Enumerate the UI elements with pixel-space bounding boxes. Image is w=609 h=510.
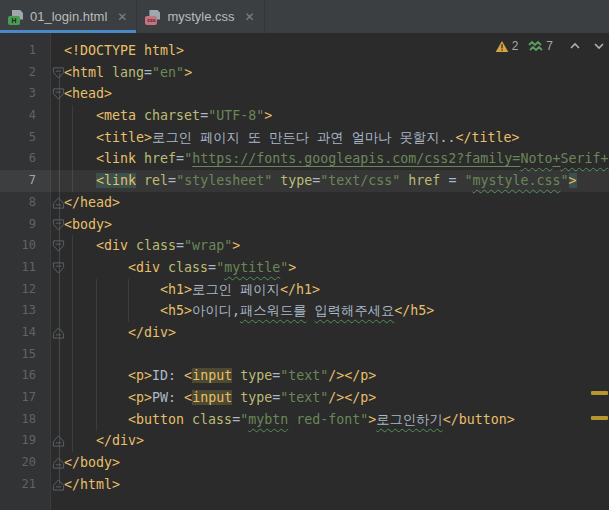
line-number: 12 (0, 282, 36, 296)
line-number: 11 (0, 260, 36, 274)
line-number: 10 (0, 238, 36, 252)
code-text: <meta charset="UTF-8"> (64, 105, 272, 127)
code-line[interactable]: 7 <link rel="stylesheet" type="text/css"… (0, 170, 609, 192)
code-text: <button class="mybtn red-font">로그인하기</bu… (64, 409, 515, 431)
code-token: 로그인 페이지 (192, 282, 280, 297)
code-token: </head> (64, 195, 120, 210)
code-token (64, 282, 160, 297)
line-number: 19 (0, 433, 36, 447)
code-token: = (176, 151, 184, 166)
ide-window: H01_login.html✕cssmystyle.css✕ 1<!DOCTYP… (0, 0, 609, 510)
code-token: > (569, 173, 577, 188)
code-token: class (136, 238, 176, 253)
code-token: type (240, 368, 272, 383)
code-token: mytitle (224, 260, 280, 275)
code-token (307, 303, 315, 318)
css-file-icon: css (145, 9, 161, 25)
line-number: 9 (0, 217, 36, 231)
code-token: href (408, 173, 440, 188)
code-line[interactable]: 13 <h5>아이디,패스워드를 입력해주세요</h5> (0, 300, 609, 322)
typo-count: 7 (546, 39, 553, 53)
code-line[interactable]: 15 (0, 344, 609, 366)
code-token (232, 390, 240, 405)
code-line[interactable]: 19 </div> (0, 430, 609, 452)
inspection-widget[interactable]: 2 7 (495, 39, 605, 53)
code-token: type (280, 173, 312, 188)
line-number: 8 (0, 195, 36, 209)
code-token: red-font (288, 412, 360, 427)
code-text: <head> (64, 83, 112, 105)
line-number: 17 (0, 390, 36, 404)
code-line[interactable]: 20</body> (0, 452, 609, 474)
warning-count: 2 (512, 39, 519, 53)
line-number: 4 (0, 108, 36, 122)
prev-highlight-button[interactable] (569, 42, 581, 50)
code-token: href (144, 151, 176, 166)
tab-label: 01_login.html (30, 9, 107, 24)
code-token (64, 130, 96, 145)
close-tab-icon[interactable]: ✕ (245, 10, 255, 24)
code-token: 아이디, (192, 303, 240, 318)
code-line[interactable]: 4 <meta charset="UTF-8"> (0, 105, 609, 127)
line-number: 16 (0, 368, 36, 382)
code-line[interactable]: 6 <link href="https://fonts.googleapis.c… (0, 148, 609, 170)
code-token: = (232, 412, 240, 427)
code-line[interactable]: 17 <p>PW: <input type="text"/></p> (0, 387, 609, 409)
code-line[interactable]: 18 <button class="mybtn red-font">로그인하기<… (0, 409, 609, 431)
tab-01_login.html[interactable]: H01_login.html✕ (0, 0, 137, 33)
code-line[interactable]: 2<html lang="en"> (0, 62, 609, 84)
code-text: </body> (64, 452, 120, 474)
code-token: charset (144, 108, 200, 123)
code-token: Serif+ (560, 151, 608, 166)
code-text: </head> (64, 192, 120, 214)
code-token (232, 368, 240, 383)
code-text: <h5>아이디,패스워드를 입력해주세요</h5> (64, 300, 434, 322)
code-text: </div> (64, 322, 176, 344)
code-token: "text" (280, 390, 328, 405)
code-token: /></p> (328, 390, 376, 405)
code-token: = (176, 238, 184, 253)
code-token: 로그인하기 (376, 412, 442, 427)
code-line[interactable]: 21</html> (0, 474, 609, 496)
code-token: " (240, 412, 248, 427)
stripe-warning-mark[interactable] (591, 416, 608, 420)
warning-icon[interactable] (495, 40, 509, 53)
code-text: </div> (64, 430, 144, 452)
code-token: 로그인 페이지 또 만든다 과연 얼마나 못할지.. (152, 130, 455, 145)
code-token: mystyle.css (472, 173, 560, 188)
code-token: <h1> (160, 282, 192, 297)
close-tab-icon[interactable]: ✕ (117, 10, 127, 24)
code-line[interactable]: 3<head> (0, 83, 609, 105)
code-token: > (288, 260, 296, 275)
code-text: <link href="https://fonts.googleapis.com… (64, 148, 608, 170)
code-text: <html lang="en"> (64, 62, 192, 84)
code-token: = (208, 260, 216, 275)
code-token (64, 412, 128, 427)
code-line[interactable]: 9<body> (0, 214, 609, 236)
code-token: type (240, 390, 272, 405)
code-token: input (192, 368, 232, 383)
typo-icon[interactable] (528, 40, 543, 52)
next-highlight-button[interactable] (593, 42, 605, 50)
code-text: <!DOCTYPE html> (64, 40, 184, 62)
code-token: <!DOCTYPE html> (64, 43, 184, 58)
code-line[interactable]: 14 </div> (0, 322, 609, 344)
code-token: </h5> (394, 303, 434, 318)
code-token: <p> (128, 390, 152, 405)
code-token: lang (112, 65, 144, 80)
code-line[interactable]: 10 <div class="wrap"> (0, 235, 609, 257)
code-line[interactable]: 12 <h1>로그인 페이지</h1> (0, 279, 609, 301)
line-number: 15 (0, 347, 36, 361)
code-text: </html> (64, 474, 120, 496)
code-token (64, 238, 96, 253)
code-line[interactable]: 16 <p>ID: <input type="text"/></p> (0, 365, 609, 387)
tab-mystyle.css[interactable]: cssmystyle.css✕ (137, 0, 264, 33)
stripe-warning-mark[interactable] (591, 391, 608, 395)
code-token (64, 173, 96, 188)
code-editor[interactable]: 1<!DOCTYPE html>2<html lang="en">3<head>… (0, 33, 609, 510)
code-line[interactable]: 11 <div class="mytitle"> (0, 257, 609, 279)
code-token: </button> (443, 412, 515, 427)
code-token: <title> (96, 130, 152, 145)
code-line[interactable]: 5 <title>로그인 페이지 또 만든다 과연 얼마나 못할지..</tit… (0, 127, 609, 149)
code-line[interactable]: 8</head> (0, 192, 609, 214)
